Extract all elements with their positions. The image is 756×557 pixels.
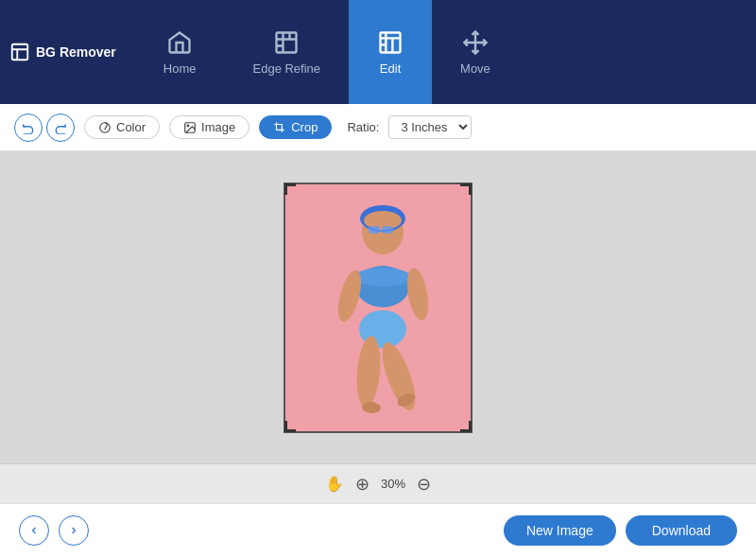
- nav-tabs: Home Edge Refine Edit M: [135, 0, 519, 104]
- new-image-button[interactable]: New Image: [504, 515, 616, 546]
- redo-button[interactable]: [46, 113, 75, 142]
- hand-icon[interactable]: ✋: [325, 475, 344, 493]
- tab-move-label: Move: [460, 61, 490, 76]
- color-button[interactable]: Color: [84, 115, 160, 139]
- download-button[interactable]: Download: [626, 515, 737, 546]
- toolbar: Color Image Crop Ratio: 3 Inches 4 Inche…: [0, 104, 756, 151]
- tab-edit-label: Edit: [380, 61, 401, 76]
- tab-edit[interactable]: Edit: [349, 0, 432, 104]
- crop-button[interactable]: Crop: [259, 115, 332, 139]
- zoom-out-button[interactable]: ⊖: [417, 474, 431, 495]
- footer-actions: New Image Download: [504, 515, 737, 546]
- svg-rect-0: [12, 44, 28, 61]
- zoom-in-button[interactable]: ⊕: [355, 474, 369, 495]
- undo-button[interactable]: [14, 113, 43, 142]
- tab-edge-refine-label: Edge Refine: [253, 61, 321, 76]
- tab-edge-refine[interactable]: Edge Refine: [225, 0, 350, 104]
- svg-rect-10: [382, 226, 393, 234]
- footer: New Image Download: [0, 503, 756, 557]
- canvas-area: [0, 151, 756, 463]
- zoom-bar: ✋ ⊕ 30% ⊖: [0, 463, 756, 503]
- image-button[interactable]: Image: [169, 115, 249, 139]
- svg-rect-9: [369, 226, 380, 234]
- next-button[interactable]: [59, 515, 89, 546]
- header: BG Remover Home Edge Refine: [0, 0, 756, 104]
- svg-point-13: [354, 268, 411, 287]
- color-label: Color: [116, 120, 146, 134]
- child-figure: [284, 183, 472, 433]
- nav-arrows: [19, 515, 89, 546]
- main-content: Color Image Crop Ratio: 3 Inches 4 Inche…: [0, 104, 756, 557]
- crop-label: Crop: [291, 120, 318, 134]
- svg-point-5: [187, 125, 189, 127]
- ratio-label: Ratio:: [347, 120, 379, 134]
- tab-move[interactable]: Move: [432, 0, 519, 104]
- image-container: [284, 183, 472, 433]
- svg-rect-2: [381, 32, 401, 52]
- undo-redo-group: [14, 113, 75, 142]
- svg-rect-1: [277, 32, 297, 52]
- tab-home[interactable]: Home: [135, 0, 225, 104]
- ratio-select[interactable]: 3 Inches 4 Inches 5 Inches Free: [388, 115, 472, 139]
- image-label: Image: [201, 120, 235, 134]
- app-title: BG Remover: [36, 44, 116, 60]
- logo: BG Remover: [9, 42, 116, 62]
- image-background: [284, 183, 472, 433]
- prev-button[interactable]: [19, 515, 49, 546]
- tab-home-label: Home: [163, 61, 197, 76]
- zoom-percent: 30%: [381, 477, 405, 491]
- svg-point-3: [100, 122, 111, 132]
